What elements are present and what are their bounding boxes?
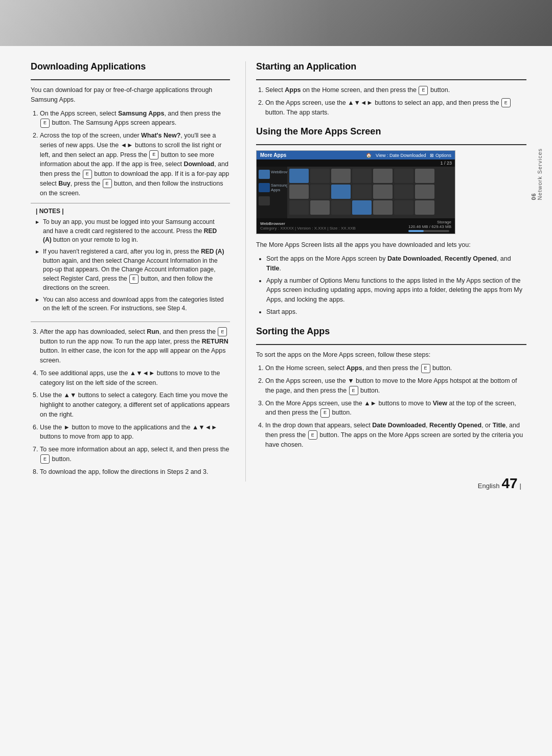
- sorting-intro: To sort the apps on the More Apps screen…: [256, 350, 526, 360]
- footer: English 47 |: [478, 475, 521, 492]
- downloading-title: Downloading Applications: [31, 61, 230, 74]
- sorting-step-4: In the drop down that appears, select Da…: [265, 421, 526, 449]
- starting-step-1: Select Apps on the Home screen, and then…: [265, 85, 526, 95]
- downloading-step-6: Use the ► button to move to the applicat…: [40, 423, 230, 442]
- app-thumb-13: [394, 185, 413, 199]
- btn-icon-sort1: E: [421, 364, 430, 373]
- sorting-step-3: On the More Apps screen, use the ▲► butt…: [265, 399, 526, 418]
- more-apps-section: Using the More Apps Screen More Apps 🏠 V…: [256, 126, 526, 316]
- app-row-2: [289, 185, 453, 199]
- app-row-3: [289, 200, 453, 215]
- btn-icon-s1: E: [419, 86, 428, 95]
- samsung-apps-icon: [259, 183, 270, 192]
- notes-title: | NOTES |: [36, 208, 225, 215]
- more-apps-bullet-3: Start apps.: [266, 307, 526, 317]
- storage-bar-bg: [408, 230, 449, 232]
- btn-icon-sort2: E: [349, 386, 358, 395]
- btn-icon-sort3: E: [320, 408, 330, 418]
- btn-icon-4: E: [103, 179, 112, 188]
- screen-top-bar-right: 🏠 View : Date Downloaded ⊠ Options: [366, 153, 451, 158]
- screen-bottom-bar: WebBrowser Category : XXXXX | Version : …: [257, 218, 455, 234]
- footer-lang: English: [478, 482, 500, 490]
- screen-app-webbrowser: WebBrowser: [257, 169, 287, 182]
- starting-section: Starting an Application Select Apps on t…: [256, 61, 526, 117]
- downloading-steps-list: On the Apps screen, select Samsung Apps,…: [31, 109, 230, 198]
- btn-icon-5: E: [129, 274, 139, 284]
- screen-left-col: WebBrowser Samsung Apps: [257, 167, 287, 218]
- sorting-step-1: On the Home screen, select Apps, and the…: [265, 363, 526, 373]
- app-thumb-1: [289, 169, 309, 183]
- right-column: Starting an Application Select Apps on t…: [245, 61, 526, 482]
- downloading-step-1: On the Apps screen, select Samsung Apps,…: [40, 109, 230, 128]
- screen-view-label: View : Date Downloaded: [376, 153, 426, 158]
- webbrowser-icon: [259, 170, 270, 179]
- sorting-step-2: On the Apps screen, use the ▼ button to …: [265, 376, 526, 396]
- btn-icon-6: E: [218, 327, 227, 336]
- screen-options-label: ⊠ Options: [430, 153, 451, 158]
- sorting-title: Sorting the Apps: [256, 326, 526, 339]
- downloading-section: Downloading Applications You can downloa…: [31, 61, 230, 476]
- downloading-steps-cont: After the app has downloaded, select Run…: [31, 327, 230, 477]
- screen-page-num: 1 / 23: [257, 159, 455, 167]
- notes-list: To buy an app, you must be logged into y…: [36, 218, 225, 313]
- storage-bar-fill: [408, 230, 424, 232]
- screen-app-blank: [257, 195, 287, 209]
- app-thumb-2: [310, 169, 330, 183]
- footer-page: 47: [501, 475, 517, 492]
- app-thumb-15: [289, 200, 309, 215]
- chapter-num: 06: [531, 193, 537, 200]
- downloading-step-8: To download the app, follow the directio…: [40, 467, 230, 477]
- downloading-step-7: To see more information about an app, se…: [40, 445, 230, 464]
- network-services-text: Network Services: [537, 148, 543, 200]
- app-thumb-6: [394, 169, 413, 183]
- app-thumb-11: [352, 185, 372, 199]
- sorting-steps-list: On the Home screen, select Apps, and the…: [256, 363, 526, 449]
- btn-icon-2: E: [149, 150, 158, 159]
- screen-bottom-left: WebBrowser Category : XXXXX | Version : …: [260, 221, 356, 231]
- header-bar: [0, 0, 552, 46]
- screen-grid: WebBrowser Samsung Apps: [257, 167, 455, 218]
- footer-divider: |: [520, 482, 521, 490]
- note-item-3: You can also access and download apps fr…: [36, 295, 225, 313]
- downloading-step-5: Use the ▲▼ buttons to select a category.…: [40, 391, 230, 419]
- btn-icon-s2: E: [501, 98, 511, 107]
- screen-storage: Storage 120.46 MB / 629.43 MB: [408, 220, 451, 232]
- app-thumb-12: [373, 185, 393, 199]
- app-thumb-18: [352, 200, 372, 215]
- samsung-apps-label: Samsung Apps: [271, 183, 288, 192]
- screen-app-name: WebBrowser: [260, 221, 356, 226]
- app-thumb-20: [394, 200, 413, 215]
- network-services-label: 06 Network Services: [531, 148, 543, 200]
- note-item-2: If you haven't registered a card, after …: [36, 247, 225, 292]
- screen-mockup: More Apps 🏠 View : Date Downloaded ⊠ Opt…: [256, 150, 455, 234]
- app-thumb-8: [289, 185, 309, 199]
- blank-app-icon: [259, 196, 270, 205]
- screen-app-samsung: Samsung Apps: [257, 182, 287, 195]
- downloading-step-2: Across the top of the screen, under What…: [40, 131, 230, 198]
- more-apps-bullets: Sort the apps on the More Apps screen by…: [256, 254, 526, 317]
- screen-storage-value: 120.46 MB / 629.43 MB: [408, 224, 451, 229]
- btn-icon-3: E: [83, 170, 92, 179]
- btn-icon-sort4: E: [308, 430, 317, 440]
- more-apps-bullet-1: Sort the apps on the More Apps screen by…: [266, 254, 526, 273]
- app-thumb-7: [415, 169, 434, 183]
- screen-storage-label: Storage: [408, 220, 451, 224]
- starting-steps-list: Select Apps on the Home screen, and then…: [256, 85, 526, 117]
- screen-more-apps-label: More Apps: [260, 152, 286, 158]
- screen-app-meta: Category : XXXXX | Version : X.XXX | Siz…: [260, 226, 356, 231]
- starting-step-2: On the Apps screen, use the ▲▼◄► buttons…: [265, 98, 526, 118]
- app-thumb-9: [310, 185, 330, 199]
- more-apps-desc: The More Apps Screen lists all the apps …: [256, 240, 526, 250]
- note-item-1: To buy an app, you must be logged into y…: [36, 218, 225, 244]
- btn-icon-7: E: [40, 454, 50, 464]
- starting-title: Starting an Application: [256, 61, 526, 74]
- more-apps-bullet-2: Apply a number of Options Menu functions…: [266, 276, 526, 305]
- downloading-step-3: After the app has downloaded, select Run…: [40, 327, 230, 365]
- app-row-1: [289, 169, 453, 183]
- app-thumb-16: [310, 200, 330, 215]
- app-thumb-17: [331, 200, 351, 215]
- app-thumb-10: [331, 185, 351, 199]
- left-column: Downloading Applications You can downloa…: [31, 61, 245, 482]
- app-thumb-5: [373, 169, 393, 183]
- downloading-intro: You can download for pay or free-of-char…: [31, 85, 230, 105]
